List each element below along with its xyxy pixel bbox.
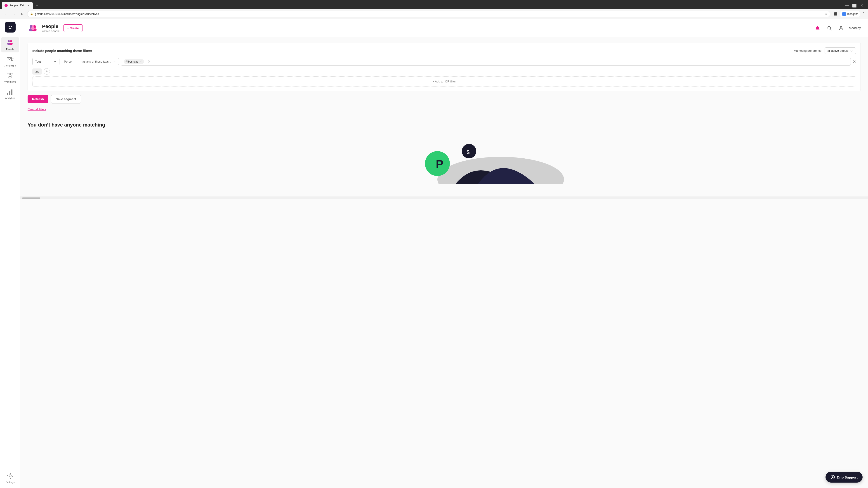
sidebar-item-workflows[interactable]: Workflows — [1, 70, 19, 85]
marketing-preference-select[interactable]: all active people — [825, 47, 856, 54]
profile-button[interactable]: I Incognito — [840, 11, 860, 18]
drip-support-button[interactable]: Drip Support — [826, 472, 863, 483]
address-bar[interactable]: 🔒 getdrip.com/7641396/subscribers?tags=%… — [27, 11, 830, 18]
workflows-icon — [6, 71, 14, 79]
page-subtitle: Active people — [42, 29, 60, 33]
save-segment-button[interactable]: Save segment — [51, 95, 81, 103]
page-header: People Active people + Create — [20, 19, 868, 37]
people-avatar-illustration — [28, 23, 38, 33]
create-button[interactable]: + Create — [63, 24, 83, 32]
profile-avatar: I — [842, 12, 846, 16]
filter-person-label: Person — [61, 58, 76, 65]
bookmark-icon[interactable]: ☆ — [825, 12, 827, 15]
notifications-button[interactable] — [813, 24, 822, 32]
content-area: Include people matching these filters Ma… — [20, 37, 868, 197]
sidebar: People Campaigns — [0, 19, 20, 488]
remove-filter-row-button[interactable]: ✕ — [852, 59, 856, 64]
empty-illustration: P $ — [28, 134, 861, 184]
svg-rect-12 — [9, 76, 11, 78]
sidebar-people-label: People — [6, 48, 14, 51]
marketing-preference: Marketing preference: all active people — [794, 47, 856, 54]
refresh-button[interactable]: Refresh — [28, 95, 49, 103]
lock-icon: 🔒 — [30, 12, 33, 15]
url-text: getdrip.com/7641396/subscribers?tags=%40… — [35, 12, 823, 15]
or-filter-row[interactable]: + Add an OR filter — [32, 76, 856, 87]
browser-toolbar: ← → ↻ 🔒 getdrip.com/7641396/subscribers?… — [0, 9, 868, 19]
user-name: Moodjoy — [849, 26, 861, 30]
page-title-area: People Active people — [42, 24, 60, 33]
clear-filter-button[interactable]: ✕ — [148, 59, 151, 64]
filter-row: Tags Person has any of these tags... — [32, 58, 856, 66]
app-logo[interactable] — [5, 22, 16, 33]
svg-point-0 — [7, 24, 13, 30]
user-account-button[interactable] — [837, 24, 845, 32]
scrollbar-thumb[interactable] — [22, 197, 40, 199]
svg-line-8 — [11, 58, 13, 60]
empty-state: You don’t have anyone matching P — [28, 115, 861, 191]
svg-rect-19 — [11, 90, 12, 95]
svg-rect-17 — [7, 93, 8, 95]
forward-button[interactable]: → — [11, 11, 17, 17]
settings-icon — [6, 472, 14, 480]
extensions-button[interactable]: ⬛ — [832, 11, 838, 17]
condition-chevron-icon — [113, 60, 116, 63]
header-right: Moodjoy — [813, 24, 861, 32]
sidebar-workflows-label: Workflows — [4, 80, 16, 83]
refresh-nav-button[interactable]: ↻ — [19, 11, 25, 17]
filter-header: Include people matching these filters Ma… — [32, 47, 856, 54]
svg-line-9 — [11, 60, 13, 61]
svg-rect-18 — [9, 91, 10, 95]
field-chevron-icon — [54, 60, 57, 63]
user-icon — [839, 26, 844, 31]
filter-field-dropdown[interactable]: Tags — [32, 58, 59, 65]
filter-tags-value: @beshyas ✕ ✕ — [121, 58, 851, 66]
svg-point-26 — [32, 25, 34, 27]
main-content: People Active people + Create — [20, 19, 868, 488]
add-filter-button[interactable]: + — [43, 68, 50, 74]
svg-point-27 — [31, 27, 35, 30]
page-title: People — [42, 24, 60, 29]
sidebar-analytics-label: Analytics — [5, 97, 15, 99]
remove-tag-button[interactable]: ✕ — [140, 60, 142, 63]
svg-point-2 — [11, 26, 12, 27]
toolbar-actions: ⬛ I Incognito ⋮ — [832, 11, 865, 18]
horizontal-scrollbar[interactable] — [20, 197, 868, 199]
and-label: and — [32, 68, 42, 74]
marketing-preference-label: Marketing preference: — [794, 49, 822, 53]
svg-point-30 — [840, 26, 842, 28]
clear-all-filters-link[interactable]: Clear all filters — [28, 107, 46, 111]
sidebar-campaigns-label: Campaigns — [4, 64, 17, 67]
support-icon — [831, 475, 835, 480]
new-tab-button[interactable]: + — [34, 2, 40, 8]
people-icon — [6, 39, 14, 47]
svg-line-29 — [830, 29, 831, 30]
bell-icon — [815, 26, 820, 31]
svg-text:P: P — [436, 158, 443, 170]
close-tab-button[interactable]: ✕ — [27, 4, 30, 7]
svg-point-1 — [8, 26, 10, 27]
sidebar-item-campaigns[interactable]: Campaigns — [1, 53, 19, 69]
svg-point-3 — [8, 40, 10, 42]
sidebar-settings-label: Settings — [6, 481, 15, 484]
maximize-button[interactable]: ⬜ — [852, 3, 857, 8]
sidebar-item-settings[interactable]: Settings — [1, 470, 19, 485]
browser-menu-button[interactable]: ⋮ — [862, 12, 865, 16]
svg-point-36 — [832, 477, 834, 478]
svg-rect-10 — [7, 73, 9, 75]
back-button[interactable]: ← — [3, 11, 9, 17]
sidebar-item-people[interactable]: People — [1, 37, 19, 53]
chevron-down-icon — [850, 49, 853, 53]
tag-chip: @beshyas ✕ — [124, 59, 144, 64]
browser-tab[interactable]: People · Drip ✕ — [2, 2, 33, 9]
search-button[interactable] — [825, 24, 833, 32]
logo-icon — [7, 24, 13, 30]
sidebar-item-analytics[interactable]: Analytics — [1, 86, 19, 101]
header-left: People Active people + Create — [28, 23, 83, 33]
filter-condition-dropdown[interactable]: has any of these tags... — [78, 58, 119, 65]
close-window-button[interactable]: ✕ — [859, 3, 864, 8]
sidebar-bottom: Settings — [1, 470, 19, 485]
minimize-button[interactable]: — — [844, 3, 850, 8]
svg-point-6 — [9, 43, 13, 45]
profile-name: Incognito — [847, 12, 858, 15]
search-icon — [827, 26, 832, 31]
